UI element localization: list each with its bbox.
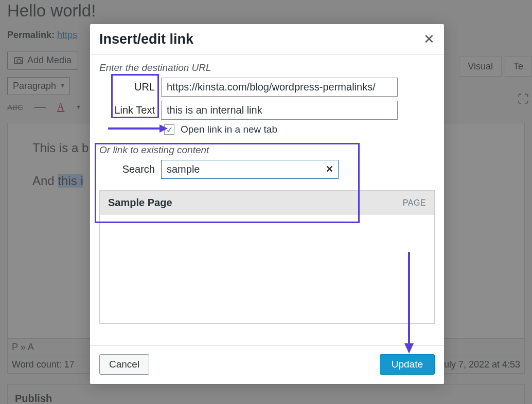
result-title: Sample Page [108, 197, 172, 209]
search-input[interactable] [161, 160, 339, 179]
search-result-item[interactable]: Sample Page PAGE [100, 191, 434, 215]
link-text-input[interactable] [161, 101, 398, 120]
result-type: PAGE [403, 198, 426, 208]
new-tab-checkbox[interactable]: ✓ [164, 124, 174, 135]
new-tab-label: Open link in a new tab [181, 124, 277, 135]
cancel-button[interactable]: Cancel [99, 354, 149, 375]
modal-title: Insert/edit link [99, 31, 193, 47]
update-button[interactable]: Update [380, 354, 435, 375]
search-results: Sample Page PAGE [99, 190, 435, 324]
destination-url-label: Enter the destination URL [99, 62, 435, 74]
url-label: URL [99, 81, 161, 93]
clear-search-icon[interactable]: ✕ [326, 163, 333, 175]
existing-content-label: Or link to existing content [99, 144, 435, 156]
search-label: Search [99, 163, 161, 175]
link-text-label: Link Text [99, 104, 161, 116]
close-icon[interactable]: ✕ [423, 31, 435, 47]
url-input[interactable] [161, 78, 398, 97]
insert-link-modal: Insert/edit link ✕ Enter the destination… [90, 24, 444, 384]
